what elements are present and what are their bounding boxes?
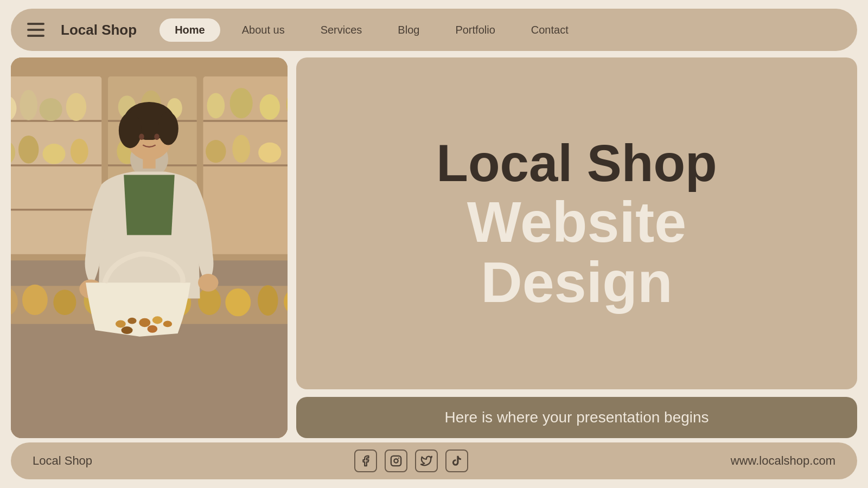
svg-rect-52: [143, 156, 155, 168]
hero-title-line3: Design: [481, 252, 672, 312]
svg-point-31: [258, 143, 281, 163]
footer-social: [354, 450, 468, 472]
svg-point-49: [158, 112, 178, 145]
svg-point-56: [127, 318, 136, 324]
nav-item-services[interactable]: Services: [305, 18, 378, 42]
svg-point-13: [20, 90, 37, 120]
nav-item-blog[interactable]: Blog: [382, 18, 435, 42]
svg-point-55: [116, 320, 126, 328]
facebook-icon[interactable]: [354, 450, 377, 472]
svg-point-25: [207, 93, 225, 119]
nav-item-portfolio[interactable]: Portfolio: [440, 18, 510, 42]
hero-image-container: [11, 57, 288, 438]
svg-point-36: [53, 290, 76, 315]
instagram-icon[interactable]: [385, 450, 407, 472]
svg-point-51: [154, 133, 159, 140]
nav-item-about[interactable]: About us: [227, 18, 300, 42]
nav-item-contact[interactable]: Contact: [516, 18, 584, 42]
svg-point-35: [22, 285, 48, 315]
nav-items: Home About us Services Blog Portfolio Co…: [158, 17, 841, 43]
svg-point-42: [225, 288, 251, 316]
svg-rect-62: [391, 456, 401, 466]
svg-point-30: [232, 135, 250, 163]
svg-point-26: [230, 88, 253, 118]
svg-point-18: [42, 144, 65, 164]
main-content: Local Shop Website Design Here is where …: [0, 57, 868, 438]
svg-point-17: [18, 136, 39, 163]
svg-point-59: [163, 321, 172, 328]
tiktok-icon[interactable]: [445, 450, 468, 472]
svg-point-15: [66, 93, 86, 121]
hero-right: Local Shop Website Design Here is where …: [296, 57, 857, 438]
hero-image: [11, 57, 288, 438]
twitter-icon[interactable]: [415, 450, 438, 472]
hero-title-line2: Website: [467, 192, 687, 252]
navbar: Local Shop Home About us Services Blog P…: [11, 9, 857, 51]
svg-point-61: [147, 325, 157, 333]
hero-subtitle: Here is where your presentation begins: [444, 409, 709, 426]
svg-point-14: [40, 98, 62, 121]
svg-point-58: [152, 316, 163, 324]
hero-text-box: Local Shop Website Design: [296, 57, 857, 389]
footer-brand: Local Shop: [33, 454, 92, 468]
footer: Local Shop www.localshop.com: [11, 442, 857, 479]
hero-title-line1: Local Shop: [436, 134, 717, 192]
svg-point-27: [260, 94, 280, 120]
svg-point-54: [198, 274, 218, 292]
navbar-brand: Local Shop: [61, 22, 137, 38]
nav-item-home[interactable]: Home: [158, 17, 221, 43]
svg-point-60: [122, 326, 133, 334]
svg-point-19: [71, 139, 88, 164]
svg-point-50: [139, 133, 144, 140]
svg-point-43: [258, 285, 278, 316]
svg-point-29: [206, 140, 226, 163]
hero-subtitle-box: Here is where your presentation begins: [296, 397, 857, 438]
svg-point-57: [139, 318, 150, 327]
menu-icon[interactable]: [27, 18, 51, 42]
footer-url: www.localshop.com: [731, 454, 835, 468]
svg-point-48: [119, 113, 142, 149]
